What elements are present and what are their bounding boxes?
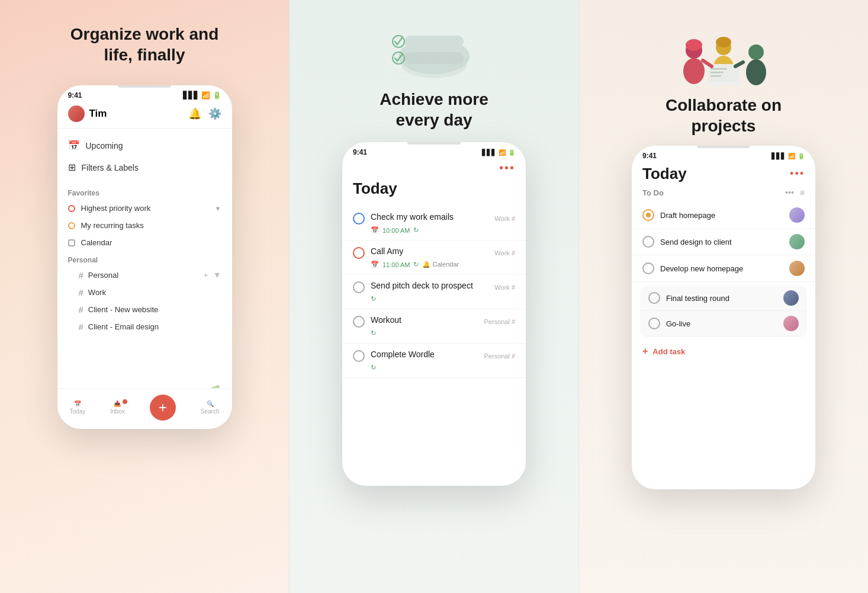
task-time-2: 11:00 AM: [382, 261, 410, 268]
panel-organize: Organize work and life, finally 9:41 ▋▋▋…: [0, 0, 289, 593]
task-check-emails[interactable]: Check my work emails Work # 📅 10:00 AM ↻: [342, 206, 526, 241]
battery-icon: 🔋: [213, 91, 221, 100]
task-circle-2: [353, 247, 365, 259]
sub-task-golive[interactable]: Go-live: [640, 311, 807, 336]
menu-dots-2[interactable]: •••: [342, 159, 526, 178]
menu-dots-3[interactable]: •••: [790, 168, 805, 180]
task-pitch-deck[interactable]: Send pitch deck to prospect Work # ↻: [342, 275, 526, 309]
sub-avatar-1: [783, 290, 799, 306]
gear-icon[interactable]: ⚙️: [208, 107, 221, 120]
add-task-row[interactable]: + Add task: [632, 340, 815, 363]
inbox-badge-dot: [123, 399, 127, 404]
task-meta-1: 📅 10:00 AM ↻: [371, 226, 515, 234]
task-wordle[interactable]: Complete Wordle Personal # ↻: [342, 344, 526, 378]
shield-dot: [68, 239, 75, 246]
hash-icon: #: [79, 304, 83, 315]
status-bar-3: 9:41 ▋▋▋ 📶 🔋: [632, 146, 815, 162]
sub-circle-1: [648, 292, 660, 304]
fav-2-label: My recurring tasks: [81, 221, 144, 230]
collab-task-name-3: Develop new homepage: [660, 264, 743, 273]
todo-label: To Do: [642, 188, 664, 197]
fav-item-3[interactable]: Calendar: [57, 234, 232, 251]
fav-3-label: Calendar: [81, 238, 112, 247]
project-work[interactable]: # Work: [68, 284, 204, 301]
collab-task-design[interactable]: Send design to client: [632, 229, 815, 255]
chevron-projects-icon[interactable]: ▼: [213, 270, 221, 280]
task-meta-3: ↻: [371, 295, 515, 303]
signal-icon: ▋▋▋: [482, 149, 496, 156]
today-icon: 📅: [74, 400, 81, 407]
task-meta-4: ↻: [371, 329, 515, 337]
svg-rect-18: [711, 75, 721, 77]
svg-rect-2: [404, 36, 464, 47]
project-personal-label: Personal: [88, 271, 118, 280]
recurring-icon-1: ↻: [413, 226, 419, 234]
add-task-icon: +: [642, 346, 648, 357]
project-client-website-label: Client - New website: [88, 305, 159, 314]
calendar-icon: 📅: [68, 140, 80, 151]
task-time-1: 10:00 AM: [382, 227, 410, 234]
status-bar-1: 9:41 ▋▋▋ 📶 🔋: [57, 85, 232, 102]
task-circle-design: [642, 236, 654, 248]
task-meta-2: 📅 11:00 AM ↻ 🔔 Calendar: [371, 261, 515, 268]
bell-icon[interactable]: 🔔: [188, 107, 201, 120]
battery-icon: 🔋: [798, 153, 805, 159]
project-personal[interactable]: # Personal: [68, 267, 204, 284]
svg-rect-16: [711, 68, 727, 70]
personal-label: Personal: [57, 251, 232, 267]
filter-icon: ⊞: [68, 162, 76, 173]
svg-point-11: [716, 37, 731, 47]
calendar-label-2: 🔔 Calendar: [422, 261, 459, 268]
status-bar-2: 9:41 ▋▋▋ 📶 🔋: [342, 142, 526, 159]
hash-icon: #: [79, 287, 83, 297]
todo-bar: To Do ••• ≡: [632, 185, 815, 202]
collab-task-draft[interactable]: Draft homepage: [632, 202, 815, 229]
sub-task-name-2: Go-live: [666, 319, 690, 328]
nav-upcoming[interactable]: 📅 Upcoming: [57, 134, 232, 156]
svg-rect-3: [404, 52, 464, 64]
todo-view-icon[interactable]: ≡: [800, 188, 805, 197]
task-tag-5: Personal #: [484, 352, 515, 360]
task-circle-5: [353, 350, 365, 362]
fav-item-1[interactable]: Highest priority work ▼: [57, 200, 232, 217]
sub-task-testing[interactable]: Final testing round: [640, 286, 807, 311]
inbox-icon: 📥: [114, 400, 121, 407]
footer-search[interactable]: 🔍 Search: [201, 400, 220, 415]
time-display-2: 9:41: [353, 148, 367, 156]
add-project-icon[interactable]: +: [203, 270, 208, 280]
today-heading-2: Today: [342, 178, 526, 206]
calendar-meta-icon: 📅: [371, 226, 379, 234]
priority-circle-1: [642, 209, 654, 221]
svg-point-13: [746, 59, 766, 85]
project-client-website[interactable]: # Client - New website: [68, 301, 204, 318]
footer-inbox[interactable]: 📥 Inbox: [110, 400, 124, 415]
svg-rect-17: [711, 72, 724, 73]
task-name-4: Workout: [371, 315, 401, 325]
task-workout[interactable]: Workout Personal # ↻: [342, 309, 526, 344]
panel-collaborate: Collaborate on projects 9:41 ▋▋▋ 📶 🔋 Tod…: [578, 0, 868, 593]
recurring-icon-4: ↻: [371, 329, 376, 337]
nav-filters-label: Filters & Labels: [82, 163, 139, 172]
nav-filters[interactable]: ⊞ Filters & Labels: [57, 156, 232, 178]
checklist-illustration: [387, 24, 481, 83]
add-task-fab[interactable]: +: [150, 395, 176, 421]
svg-point-8: [686, 39, 702, 51]
task-call-amy[interactable]: Call Amy Work # 📅 11:00 AM ↻ 🔔 Calendar: [342, 241, 526, 275]
task-tag-2: Work #: [494, 249, 515, 257]
footer-today-label: Today: [70, 408, 86, 415]
project-client-email[interactable]: # Client - Email design: [68, 318, 204, 335]
signal-icon: ▋▋▋: [183, 91, 199, 100]
task-name-3: Send pitch deck to prospect: [371, 281, 473, 290]
hash-icon: #: [79, 270, 83, 280]
footer-today[interactable]: 📅 Today: [70, 400, 86, 415]
todo-options-icon[interactable]: •••: [785, 188, 794, 197]
fav-item-2[interactable]: My recurring tasks: [57, 217, 232, 234]
task-circle-3: [353, 281, 365, 293]
chevron-down-icon: ▼: [215, 205, 221, 212]
username: Tim: [89, 108, 107, 120]
collab-task-develop[interactable]: Develop new homepage: [632, 255, 815, 282]
wifi-icon: 📶: [788, 153, 795, 159]
hash-icon: #: [79, 322, 83, 332]
wifi-icon: 📶: [499, 149, 506, 156]
svg-point-12: [748, 44, 764, 60]
